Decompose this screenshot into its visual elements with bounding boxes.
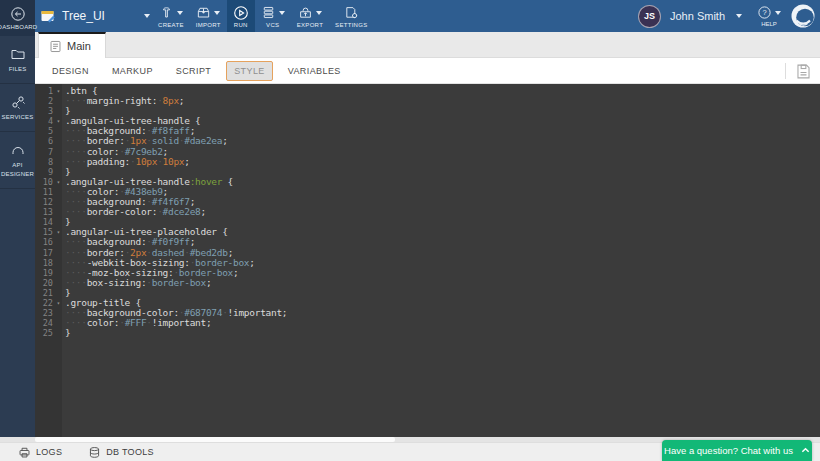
db-tools-button[interactable]: DB TOOLS [88, 446, 154, 459]
code-line: ····padding:·10px·10px; [65, 157, 820, 167]
line-number: 2 [35, 96, 62, 106]
hammer-icon [159, 5, 174, 20]
sidebar-item-dashboard[interactable]: DASHBOARD [0, 0, 35, 36]
avatar[interactable]: JS [638, 5, 661, 28]
chevron-down-icon [144, 14, 150, 18]
line-number: 4▾ [35, 116, 62, 126]
line-number: 13 [35, 207, 62, 217]
tab-style[interactable]: STYLE [226, 61, 273, 81]
fold-toggle-icon[interactable]: ▾ [55, 298, 62, 308]
import-icon [196, 5, 211, 20]
fold-toggle-icon[interactable]: ▾ [55, 227, 62, 237]
sidebar-item-services[interactable]: SERVICES [0, 84, 35, 132]
code-line: ····border:·1px·solid·#dae2ea; [65, 136, 820, 146]
database-icon [88, 446, 101, 459]
wavemaker-studio: Tree_UI CREATE [0, 0, 820, 461]
tab-markup[interactable]: MARKUP [104, 61, 161, 81]
line-number: 25 [35, 328, 62, 338]
chat-widget-button[interactable]: Have a question? Chat with us [662, 440, 812, 461]
create-button[interactable]: CREATE [152, 0, 190, 32]
line-number: 12 [35, 197, 62, 207]
folder-icon [10, 46, 26, 62]
tab-variables[interactable]: VARIABLES [280, 61, 349, 81]
chevron-down-icon [279, 11, 285, 15]
line-number: 11 [35, 187, 62, 197]
help-icon: ? [757, 5, 772, 20]
printer-icon [18, 446, 31, 459]
chevron-down-icon [177, 11, 183, 15]
fold-toggle-icon[interactable]: ▾ [55, 116, 62, 126]
settings-button[interactable]: SETTINGS [329, 0, 373, 32]
user-area: JS John Smith ? HELP [638, 0, 816, 32]
top-bar: Tree_UI CREATE [0, 0, 820, 32]
project-selector[interactable]: Tree_UI [40, 0, 152, 32]
code-line: ····border-color:·#dce2e8; [65, 207, 820, 217]
code-line: ····margin-right:·8px; [65, 96, 820, 106]
line-number: 7 [35, 147, 62, 157]
chevron-down-icon [775, 11, 781, 15]
line-number: 22▾ [35, 298, 62, 308]
line-number: 19 [35, 268, 62, 278]
line-number: 9 [35, 167, 62, 177]
line-number: 5 [35, 126, 62, 136]
code-line: .angular-ui-tree-handle:hover { [65, 177, 820, 187]
project-icon [40, 8, 56, 24]
chevron-up-icon [801, 446, 810, 455]
css-code-editor[interactable]: 1▾234▾5678910▾1112131415▾16171819202122▾… [35, 84, 820, 437]
link-icon [10, 94, 26, 110]
line-number: 8 [35, 157, 62, 167]
export-button[interactable]: EXPORT [291, 0, 329, 32]
chevron-down-icon [316, 11, 322, 15]
vcs-stack-icon [261, 5, 276, 20]
line-number: 16 [35, 237, 62, 247]
user-name[interactable]: John Smith [670, 10, 725, 22]
import-button[interactable]: IMPORT [190, 0, 227, 32]
line-number: 14 [35, 217, 62, 227]
sidebar-item-files[interactable]: FILES [0, 36, 35, 84]
settings-icon [344, 5, 359, 20]
line-number: 23 [35, 308, 62, 318]
help-menu[interactable]: ? HELP [757, 5, 781, 27]
code-line: } [65, 288, 820, 298]
chevron-down-icon[interactable] [736, 14, 742, 18]
project-name: Tree_UI [62, 9, 105, 23]
line-number: 21 [35, 288, 62, 298]
export-icon [298, 5, 313, 20]
logs-button[interactable]: LOGS [18, 446, 62, 459]
line-number: 6 [35, 136, 62, 146]
line-number: 10▾ [35, 177, 62, 187]
run-button[interactable]: RUN [227, 0, 255, 32]
line-number: 15▾ [35, 227, 62, 237]
tab-main[interactable]: Main [38, 32, 106, 58]
sidebar-item-api-designer[interactable]: API DESIGNER [0, 132, 35, 189]
vcs-button[interactable]: VCS [255, 0, 291, 32]
document-icon [49, 40, 62, 53]
line-number: 17 [35, 248, 62, 258]
line-number: 24 [35, 318, 62, 328]
divider [785, 63, 786, 79]
toolbar: CREATE IMPORT [152, 0, 374, 32]
line-number: 1▾ [35, 86, 62, 96]
line-number: 3 [35, 106, 62, 116]
code-area[interactable]: .btn {····margin-right:·8px;}.angular-ui… [62, 84, 820, 437]
svg-text:?: ? [762, 8, 766, 17]
sidebar-item-label: DASHBOARD [0, 24, 37, 30]
page-tab-bar: Main [35, 32, 820, 58]
file-save-icon[interactable] [795, 63, 812, 80]
tab-script[interactable]: SCRIPT [168, 61, 219, 81]
left-sidebar: FILES SERVICES API DESIGNER [0, 36, 35, 437]
code-line: } [65, 328, 820, 338]
code-line: ····color:·#FFF·!important; [65, 318, 820, 328]
editor-mode-tabs: DESIGN MARKUP SCRIPT STYLE VARIABLES [35, 58, 820, 84]
code-line: ····box-sizing:·border-box; [65, 278, 820, 288]
wavemaker-logo-icon [790, 3, 816, 29]
line-number: 18 [35, 258, 62, 268]
arc-icon [10, 142, 26, 158]
chevron-down-icon [214, 11, 220, 15]
fold-toggle-icon[interactable]: ▾ [55, 177, 62, 187]
fold-toggle-icon[interactable]: ▾ [55, 86, 62, 96]
tab-design[interactable]: DESIGN [44, 61, 97, 81]
line-number-gutter: 1▾234▾5678910▾1112131415▾16171819202122▾… [35, 84, 62, 437]
play-icon [233, 5, 249, 21]
line-number: 20 [35, 278, 62, 288]
